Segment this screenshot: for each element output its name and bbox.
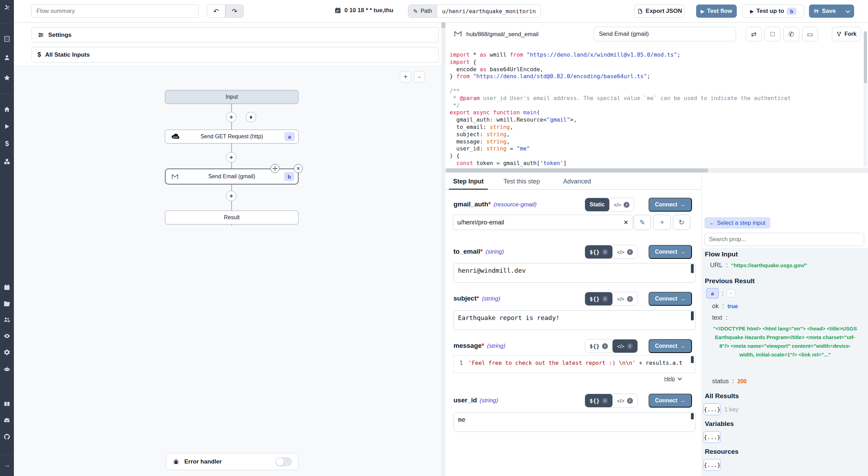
- tab-advanced[interactable]: Advanced: [563, 178, 591, 190]
- connect-button-user-id[interactable]: Connect→: [649, 394, 692, 408]
- code-horizontal-scrollbar[interactable]: [445, 168, 868, 173]
- tab-step-input[interactable]: Step Input: [449, 178, 488, 190]
- mode-javascript[interactable]: </>i: [612, 339, 637, 353]
- audit-eye-icon[interactable]: [3, 332, 11, 340]
- input-scrollbar-thumb[interactable]: [691, 311, 694, 320]
- trigger-bolt-icon[interactable]: [246, 112, 256, 122]
- zoom-in-button[interactable]: +: [400, 71, 411, 82]
- collapse-arrow-icon[interactable]: →: [3, 461, 11, 469]
- undo-button[interactable]: ↶: [207, 5, 225, 18]
- flow-summary-input[interactable]: [31, 5, 199, 18]
- diff-flag-button[interactable]: ▭: [802, 27, 818, 41]
- resources-expand-button[interactable]: {...}: [703, 459, 721, 471]
- mode-javascript[interactable]: </>i: [612, 292, 637, 305]
- test-up-to-button[interactable]: ▶ Test up to b: [742, 5, 804, 18]
- add-resource-button[interactable]: +: [653, 215, 671, 230]
- prop-text-value[interactable]: "<!DOCTYPE html> <html lang="en"> <head>…: [712, 324, 858, 359]
- hub-script-path[interactable]: hub/868/gmail/_send_email: [466, 31, 539, 38]
- editor-scrollbar-thumb[interactable]: [691, 356, 694, 363]
- message-expression-editor[interactable]: 1 'Feel free to check out the latest rep…: [453, 355, 695, 373]
- flow-node-input[interactable]: Input: [165, 90, 299, 104]
- tab-test-this-step[interactable]: Test this step: [503, 178, 540, 190]
- mode-javascript[interactable]: </>i: [612, 394, 637, 407]
- redo-button[interactable]: ↷: [225, 5, 244, 18]
- workers-robot-icon[interactable]: [3, 365, 11, 373]
- add-step-button[interactable]: +: [226, 191, 236, 201]
- webhook-phone-button[interactable]: ✆: [783, 27, 799, 41]
- input-scrollbar-thumb[interactable]: [691, 413, 694, 419]
- flow-input-url-row[interactable]: URL : "https://earthquake.usgs.gov/": [710, 262, 807, 269]
- folders-icon[interactable]: [3, 300, 11, 307]
- subject-input[interactable]: [453, 310, 695, 330]
- input-scrollbar-thumb[interactable]: [691, 264, 694, 273]
- error-handler-toggle[interactable]: [275, 457, 292, 466]
- expand-editor-button[interactable]: □: [765, 27, 781, 41]
- clear-x-icon[interactable]: ✕: [624, 219, 628, 226]
- prop-ok-row[interactable]: ok : true: [712, 303, 738, 310]
- move-step-icon[interactable]: [270, 164, 279, 173]
- test-flow-button[interactable]: ▶ Test flow: [696, 5, 737, 18]
- connect-button-gmail-auth[interactable]: Connect→: [649, 198, 692, 212]
- help-link[interactable]: Help: [664, 376, 681, 381]
- user-icon[interactable]: [3, 54, 11, 61]
- flow-canvas[interactable]: + - Input + HTTP Send GET Request (http)…: [14, 66, 441, 476]
- save-button[interactable]: Save: [809, 5, 840, 18]
- runs-play-icon[interactable]: [3, 123, 11, 130]
- export-json-button[interactable]: Export JSON: [634, 5, 685, 18]
- windmill-logo-icon[interactable]: [3, 4, 11, 11]
- to-email-input[interactable]: [453, 263, 695, 283]
- home-icon[interactable]: [3, 106, 11, 113]
- add-step-button[interactable]: +: [226, 112, 236, 122]
- mode-template[interactable]: ${}i: [585, 245, 612, 258]
- select-step-input-button[interactable]: ← Select a step input: [704, 217, 770, 229]
- docs-book-icon[interactable]: [3, 400, 11, 408]
- flow-node-result[interactable]: Result: [165, 211, 299, 224]
- github-icon[interactable]: [3, 433, 11, 441]
- edit-path-button[interactable]: ✎ Path: [408, 5, 437, 17]
- code-editor[interactable]: import * as wmill from "https://deno.lan…: [450, 51, 863, 168]
- workspace-icon[interactable]: [3, 35, 11, 43]
- groups-icon[interactable]: [3, 316, 11, 323]
- fork-button[interactable]: Fork: [832, 27, 861, 41]
- connect-button-message[interactable]: Connect→: [649, 339, 692, 353]
- mode-static[interactable]: Static: [585, 198, 609, 211]
- mode-template[interactable]: ${}i: [585, 394, 612, 407]
- add-step-button[interactable]: +: [226, 152, 236, 163]
- path-value[interactable]: u/henri/earthquake_monitorin: [437, 5, 541, 17]
- step-name-input[interactable]: [594, 27, 736, 41]
- prop-text-row[interactable]: text :: [712, 314, 727, 321]
- resource-picker-gmail-auth[interactable]: u/henri/pro-email ✕: [453, 215, 633, 230]
- schedules-calendar-icon[interactable]: [3, 284, 11, 291]
- settings-gear-icon[interactable]: [3, 348, 11, 356]
- resources-cubes-icon[interactable]: [3, 158, 11, 165]
- favorites-star-icon[interactable]: [3, 74, 11, 82]
- step-a-badge[interactable]: a: [706, 288, 719, 298]
- mode-javascript[interactable]: </>i: [612, 245, 637, 258]
- user-id-input[interactable]: [453, 412, 695, 432]
- mode-template[interactable]: ${}i: [585, 292, 612, 305]
- mode-javascript[interactable]: </>i: [609, 198, 634, 211]
- prev-result-step-row[interactable]: a : -: [706, 288, 735, 298]
- sync-arrows-button[interactable]: ⇄: [746, 27, 762, 41]
- schedule-summary[interactable]: 0 10 18 * * tue,thu: [334, 7, 393, 14]
- all-results-expand-button[interactable]: {...}: [703, 403, 721, 415]
- zoom-out-button[interactable]: -: [414, 71, 425, 82]
- connect-button-to-email[interactable]: Connect→: [649, 245, 692, 259]
- save-menu-button[interactable]: [840, 5, 854, 18]
- flow-node-get-request[interactable]: HTTP Send GET Request (http) a: [165, 130, 299, 143]
- edit-resource-button[interactable]: ✎: [634, 215, 651, 230]
- refresh-resources-button[interactable]: ↻: [673, 215, 690, 230]
- search-prop-input[interactable]: [704, 233, 864, 246]
- prop-status-row[interactable]: status : 200: [712, 378, 747, 385]
- delete-step-icon[interactable]: ✕: [294, 164, 303, 173]
- connect-button-subject[interactable]: Connect→: [649, 292, 692, 306]
- variables-expand-button[interactable]: {...}: [703, 431, 721, 443]
- variables-dollar-icon[interactable]: $: [3, 140, 11, 147]
- flow-settings-button[interactable]: Settings: [32, 27, 439, 43]
- mode-template[interactable]: ${}i: [585, 339, 612, 353]
- panel-divider[interactable]: [441, 23, 445, 476]
- discord-icon[interactable]: [3, 417, 11, 424]
- collapse-dash-badge[interactable]: -: [727, 289, 735, 297]
- all-static-inputs-button[interactable]: $ All Static Inputs: [32, 47, 439, 63]
- code-vertical-scrollbar[interactable]: [863, 31, 867, 167]
